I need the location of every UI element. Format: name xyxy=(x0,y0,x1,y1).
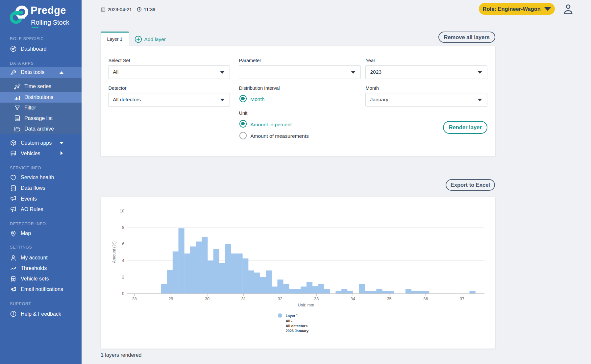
svg-text:2023 January: 2023 January xyxy=(285,328,309,332)
svg-text:Layer 1: Layer 1 xyxy=(285,313,298,317)
svg-text:37: 37 xyxy=(460,297,464,301)
svg-text:31: 31 xyxy=(241,297,246,301)
svg-text:28: 28 xyxy=(132,297,136,301)
svg-text:8: 8 xyxy=(122,225,124,230)
svg-text:Unit: mm: Unit: mm xyxy=(298,303,314,307)
svg-text:2: 2 xyxy=(122,275,124,279)
svg-text:Amount (%): Amount (%) xyxy=(112,241,116,263)
svg-text:10: 10 xyxy=(120,208,124,213)
svg-text:29: 29 xyxy=(168,297,173,301)
svg-text:34: 34 xyxy=(351,297,355,301)
svg-text:4: 4 xyxy=(122,258,124,263)
svg-text:36: 36 xyxy=(423,297,428,301)
svg-text:30: 30 xyxy=(205,297,209,301)
svg-text:32: 32 xyxy=(278,297,282,301)
svg-text:33: 33 xyxy=(314,297,319,301)
svg-text:All -: All - xyxy=(285,319,292,323)
svg-text:6: 6 xyxy=(122,242,124,246)
svg-text:0: 0 xyxy=(122,291,124,296)
svg-text:All detectors: All detectors xyxy=(285,324,308,328)
svg-text:35: 35 xyxy=(387,297,391,301)
